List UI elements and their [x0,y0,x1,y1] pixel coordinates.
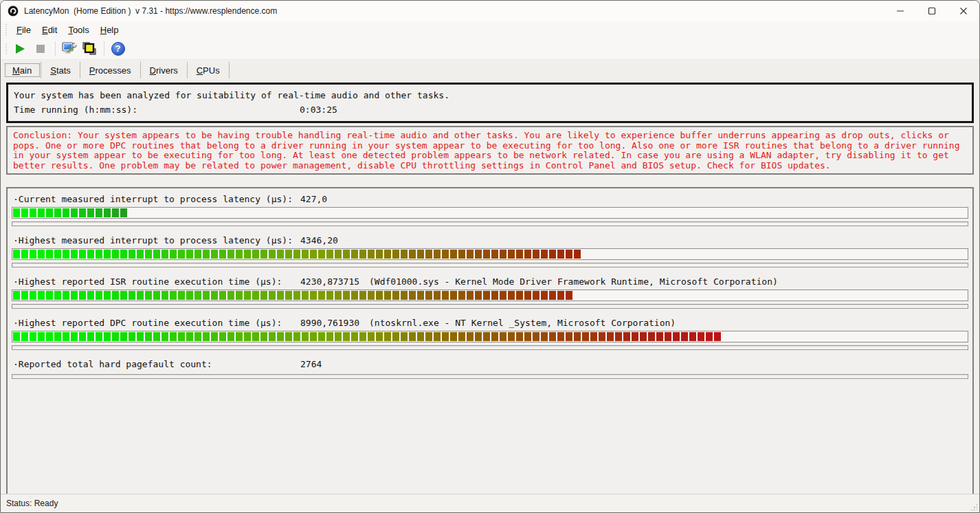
window-title: LatencyMon (Home Edition ) v 7.31 - http… [24,6,277,16]
stop-icon [36,45,45,53]
tab-bar: Main Stats Processes Drivers CPUs [1,60,979,80]
computer-wrench-icon [61,41,78,57]
metric-value: 427,0 [300,193,369,206]
toolbar: ? [1,38,979,60]
metric-value: 2764 [300,358,369,371]
metric-highest-latency: ·Highest measured interrupt to process l… [12,234,968,268]
toolbar-separator [104,41,104,56]
metric-isr-time: ·Highest reported ISR routine execution … [12,275,968,309]
analysis-line: Your system has been analyzed for suitab… [14,88,966,102]
tab-processes[interactable]: Processes [80,62,141,78]
metric-pagefault-count: ·Reported total hard pagefault count:276… [12,358,968,379]
menubar-gripper[interactable] [5,24,8,35]
main-panel: Your system has been analyzed for suitab… [1,80,979,498]
tab-cpus[interactable]: CPUs [188,62,230,78]
status-bar: Status: Ready [1,494,979,512]
latency-bar [12,331,968,342]
menu-help[interactable]: Help [95,23,124,37]
report-button[interactable] [80,40,98,58]
latency-bar [12,290,968,301]
metric-value: 4346,20 [300,234,369,248]
play-icon [16,44,25,54]
minimize-button[interactable] [884,1,916,21]
status-text: Status: Ready [6,499,58,508]
metric-dpc-time: ·Highest reported DPC routine execution … [12,316,968,350]
close-button[interactable] [948,1,979,21]
metric-label: ·Highest measured interrupt to process l… [13,234,300,248]
tab-stats[interactable]: Stats [41,62,80,78]
time-running-line: Time running (h:mm:ss):0:03:25 [14,102,966,117]
bar-groove [12,345,968,350]
menu-edit[interactable]: Edit [36,23,63,37]
latencymon-app-icon [8,6,19,17]
analyze-options-button[interactable] [60,40,78,58]
conclusion-box: Conclusion: Your system appears to be ha… [6,126,974,175]
tab-main[interactable]: Main [3,62,41,78]
bar-groove [12,374,968,379]
menu-bar: File Edit Tools Help [1,21,979,38]
metric-value: 8990,761930 [300,316,369,330]
bar-groove [12,263,968,268]
time-running-label: Time running (h:mm:ss): [14,102,300,117]
bar-groove [12,304,968,309]
metric-label: ·Highest reported ISR routine execution … [13,275,300,289]
stacked-squares-icon [81,41,98,57]
resize-grip-icon[interactable] [970,503,977,510]
metric-label: ·Current measured interrupt to process l… [13,193,300,206]
metrics-box: ·Current measured interrupt to process l… [6,187,974,498]
metric-value: 4230,873715 [300,275,369,289]
latencymon-window: LatencyMon (Home Edition ) v 7.31 - http… [0,0,980,513]
help-icon: ? [111,42,125,56]
conclusion-text: Conclusion: Your system appears to be ha… [13,131,967,171]
menu-file[interactable]: File [11,23,36,37]
analysis-summary-box: Your system has been analyzed for suitab… [6,83,974,123]
metric-current-latency: ·Current measured interrupt to process l… [12,193,968,226]
toolbar-separator [55,41,56,56]
metric-label: ·Highest reported DPC routine execution … [13,316,300,330]
help-button[interactable]: ? [109,40,127,58]
maximize-button[interactable] [916,1,948,21]
stop-monitor-button[interactable] [31,40,49,58]
metric-label: ·Reported total hard pagefault count: [13,358,300,371]
latency-bar [12,207,968,219]
latency-bar [12,248,968,260]
title-bar: LatencyMon (Home Edition ) v 7.31 - http… [1,1,979,21]
bar-groove [12,221,968,226]
menu-tools[interactable]: Tools [63,23,94,37]
time-running-value: 0:03:25 [300,105,337,115]
metric-extra: (ntoskrnl.exe - NT Kernel _System, Micro… [369,318,676,328]
toolbar-gripper[interactable] [5,43,8,54]
start-monitor-button[interactable] [11,40,30,58]
metric-extra: (Wdf01000.sys - Kernel Mode Driver Frame… [369,276,778,287]
tab-drivers[interactable]: Drivers [141,62,188,78]
